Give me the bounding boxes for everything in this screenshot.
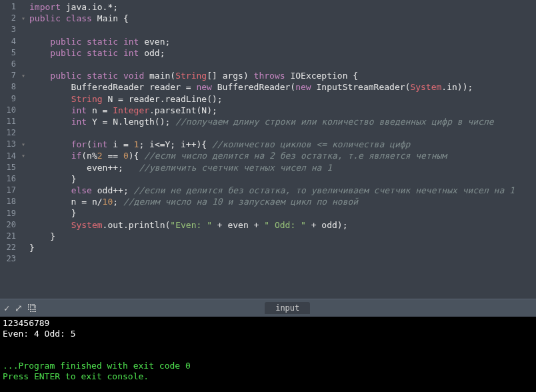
- code-token: //количество циклов <= количества цифр: [212, 139, 410, 149]
- code-token: new: [196, 82, 211, 92]
- code-line[interactable]: [29, 253, 536, 265]
- code-token: [118, 151, 123, 161]
- code-token: if: [71, 151, 82, 161]
- console-output[interactable]: 123456789Even: 4 Odd: 5 ...Program finis…: [0, 317, 536, 392]
- code-token: <=: [155, 139, 165, 149]
- code-line[interactable]: even++; //увеличить счетчик четных чисел…: [29, 162, 536, 173]
- code-token: [29, 71, 50, 81]
- code-token: n: [87, 105, 102, 115]
- code-token: (n: [81, 151, 92, 161]
- expand-icon[interactable]: ⤢: [15, 303, 23, 313]
- code-line[interactable]: String N = reader.readLine();: [29, 93, 536, 105]
- code-token: [29, 151, 71, 161]
- code-token: class: [66, 13, 92, 23]
- code-token: ;: [118, 163, 139, 173]
- copy-icon[interactable]: ⿻: [28, 303, 37, 313]
- line-number: 23: [0, 253, 16, 265]
- check-icon[interactable]: ✓: [4, 303, 9, 313]
- code-line[interactable]: for(int i = 1; i<=Y; i++){ //количество …: [29, 139, 536, 150]
- code-line[interactable]: [29, 59, 536, 70]
- code-token: new: [295, 82, 311, 92]
- code-token: [212, 220, 217, 230]
- code-token: for: [71, 139, 87, 149]
- code-line[interactable]: }: [29, 231, 536, 242]
- code-token: [81, 48, 87, 58]
- code-token: [306, 220, 311, 230]
- tab-input[interactable]: input: [265, 302, 310, 314]
- code-token: +: [217, 220, 223, 230]
- line-number: 19: [0, 208, 16, 219]
- code-token: InputStreamReader(: [311, 82, 411, 92]
- code-token: [129, 139, 134, 149]
- code-token: //делим число на 10 и запускаем цикл по …: [123, 197, 358, 207]
- fold-spacer: [21, 173, 28, 185]
- code-token: ;: [160, 48, 165, 58]
- code-token: [29, 48, 50, 58]
- console-toolbar: ✓ ⤢ ⿻ input: [0, 299, 536, 317]
- fold-spacer: [21, 242, 28, 253]
- code-line[interactable]: }: [29, 242, 536, 253]
- fold-marker-icon[interactable]: ▾: [21, 70, 28, 81]
- code-line[interactable]: BufferedReader reader = new BufferedRead…: [29, 81, 536, 93]
- code-line[interactable]: [29, 24, 536, 35]
- line-number: 4: [0, 36, 16, 47]
- code-line[interactable]: public static int odd;: [29, 47, 536, 59]
- code-line[interactable]: else odd++; //если не делится без остатк…: [29, 185, 536, 196]
- code-line[interactable]: }: [29, 173, 536, 185]
- code-token: =: [123, 139, 129, 149]
- line-number: 15: [0, 162, 16, 173]
- code-token: %: [92, 151, 97, 161]
- fold-marker-icon[interactable]: ▾: [21, 13, 28, 24]
- code-line[interactable]: public static int even;: [29, 36, 536, 47]
- code-token: int: [123, 37, 139, 47]
- code-line[interactable]: [29, 127, 536, 139]
- fold-spacer: [21, 127, 28, 139]
- code-token: ; i: [139, 139, 154, 149]
- code-token: =: [186, 82, 191, 92]
- code-line[interactable]: import java.io.*;: [29, 1, 536, 13]
- code-token: ;: [165, 37, 171, 47]
- code-token: Y; i: [165, 139, 186, 149]
- console-line: 123456789: [3, 318, 533, 329]
- code-line[interactable]: public class Main {: [29, 13, 536, 24]
- code-token: even: [29, 163, 107, 173]
- code-token: int: [71, 117, 87, 127]
- console-line: Press ENTER to exit console.: [3, 371, 533, 382]
- line-number: 22: [0, 242, 16, 253]
- code-content[interactable]: import java.io.*;public class Main { pub…: [28, 0, 536, 299]
- fold-marker-icon[interactable]: ▾: [21, 139, 28, 150]
- code-token: int: [123, 48, 139, 58]
- fold-spacer: [21, 1, 28, 13]
- code-token: BufferedReader(: [212, 82, 295, 92]
- code-line[interactable]: }: [29, 207, 536, 219]
- code-token: {: [353, 71, 358, 81]
- code-line[interactable]: n = n/10; //делим число на 10 и запускае…: [29, 196, 536, 207]
- code-token: ;: [123, 185, 134, 195]
- code-line[interactable]: int Y = N.length(); //получаем длину стр…: [29, 116, 536, 127]
- code-token: {: [201, 139, 207, 149]
- line-number: 17: [0, 185, 16, 196]
- code-token: [118, 71, 123, 81]
- line-number: 21: [0, 231, 16, 242]
- fold-gutter[interactable]: ▾▾▾▾: [21, 0, 28, 299]
- code-token: .parseInt(N);: [149, 105, 217, 115]
- line-number: 13: [0, 139, 16, 150]
- fold-spacer: [21, 36, 28, 47]
- code-token: public: [50, 71, 81, 81]
- line-number: 5: [0, 47, 16, 59]
- code-token: .in));: [441, 82, 473, 92]
- code-line[interactable]: int n = Integer.parseInt(N);: [29, 105, 536, 116]
- line-number: 1: [0, 1, 16, 13]
- code-token: 2: [97, 151, 103, 161]
- code-token: IOException: [285, 71, 353, 81]
- fold-spacer: [21, 47, 28, 59]
- code-editor[interactable]: 1234567891011121314151617181920212223 ▾▾…: [0, 0, 536, 299]
- code-line[interactable]: System.out.println("Even: " + even + " O…: [29, 219, 536, 231]
- code-token: ;: [113, 2, 118, 12]
- fold-marker-icon[interactable]: ▾: [21, 150, 28, 161]
- line-number: 14: [0, 151, 16, 162]
- code-line[interactable]: public static void main(String[] args) t…: [29, 70, 536, 81]
- code-line[interactable]: if(n%2 == 0){ //если число делится на 2 …: [29, 150, 536, 161]
- code-token: reader.readLine();: [123, 94, 223, 104]
- code-token: String: [175, 71, 207, 81]
